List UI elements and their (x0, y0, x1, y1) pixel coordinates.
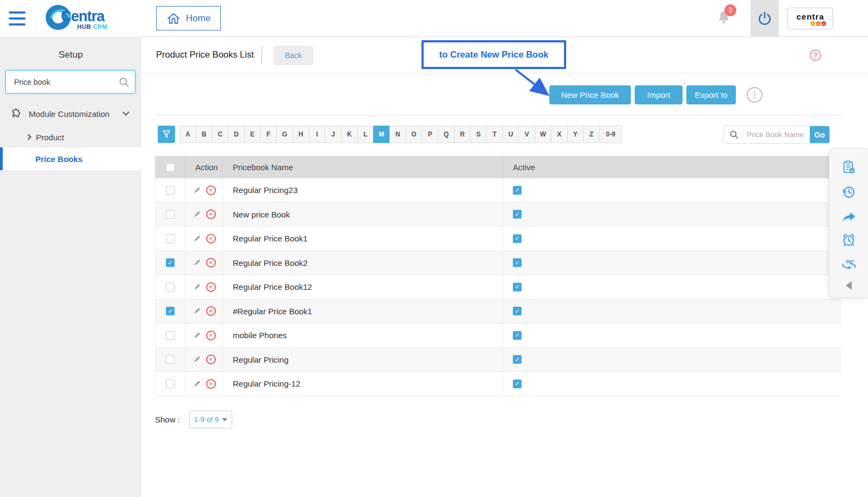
alphabet-filter-y[interactable]: Y (567, 126, 584, 143)
hamburger-menu-icon[interactable] (9, 11, 26, 26)
row-select-checkbox[interactable] (166, 258, 175, 267)
alphabet-filter-c[interactable]: C (212, 126, 228, 143)
sidebar-search-input[interactable] (6, 78, 119, 86)
pricebook-name: Regular Pricing (223, 348, 503, 372)
table-row: ✕ Regular Price Book1 (155, 227, 841, 251)
alphabet-filter-l[interactable]: L (357, 126, 374, 143)
delete-icon[interactable]: ✕ (206, 185, 216, 195)
alphabet-filter-x[interactable]: X (551, 126, 568, 143)
alphabet-filter-w[interactable]: W (535, 126, 551, 143)
help-icon[interactable]: ? (810, 49, 821, 61)
row-select-checkbox[interactable] (166, 283, 175, 291)
select-all-checkbox[interactable] (166, 163, 175, 172)
centra-hcm-logo[interactable]: centra hcm (788, 8, 833, 29)
pricebook-name: mobile Phones (223, 324, 503, 347)
edit-icon[interactable] (193, 355, 201, 364)
alphabet-filter-p[interactable]: P (421, 126, 438, 143)
reminder-alarm-icon[interactable] (841, 233, 856, 247)
edit-icon[interactable] (193, 234, 201, 243)
active-checkbox[interactable] (513, 331, 522, 340)
delete-icon[interactable]: ✕ (206, 379, 216, 389)
row-select-checkbox[interactable] (166, 307, 175, 315)
notes-tasks-icon[interactable] (841, 160, 856, 175)
alphabet-filter-f[interactable]: F (260, 126, 277, 143)
alphabet-filter-v[interactable]: V (518, 126, 535, 143)
active-checkbox[interactable] (513, 355, 522, 364)
sidebar-item-label: Product (36, 133, 64, 142)
active-checkbox[interactable] (513, 380, 522, 388)
mini-logo-dot-h: h (810, 21, 815, 26)
import-button[interactable]: Import (635, 85, 683, 104)
alphabet-filter-a[interactable]: A (179, 126, 196, 143)
active-checkbox[interactable] (513, 258, 522, 267)
row-select-checkbox[interactable] (166, 210, 175, 219)
sidebar-item-price-books[interactable]: Price Books (0, 147, 141, 170)
go-button[interactable]: Go (810, 126, 829, 144)
alphabet-filter-m[interactable]: M (373, 126, 390, 143)
edit-icon[interactable] (193, 258, 201, 267)
alphabet-filter-e[interactable]: E (244, 126, 261, 143)
edit-icon[interactable] (193, 307, 201, 315)
alphabet-filter-z[interactable]: Z (583, 126, 600, 143)
alphabet-filter-n[interactable]: N (389, 126, 406, 143)
notification-bell[interactable]: 3 (716, 9, 734, 28)
home-tab[interactable]: Home (156, 6, 221, 30)
alphabet-filter-j[interactable]: J (325, 126, 342, 143)
alphabet-filter-u[interactable]: U (503, 126, 519, 143)
mini-logo-text: centra (788, 12, 833, 21)
chevron-down-icon (122, 109, 129, 116)
alphabet-filter-s[interactable]: S (470, 126, 487, 143)
active-checkbox[interactable] (513, 234, 522, 243)
alphabet-filter-h[interactable]: H (293, 126, 309, 143)
alphabet-filter-b[interactable]: B (196, 126, 213, 143)
delete-icon[interactable]: ✕ (206, 282, 216, 292)
history-icon[interactable] (841, 185, 856, 200)
alphabet-filter-i[interactable]: I (309, 126, 326, 143)
delete-icon[interactable]: ✕ (206, 258, 216, 268)
share-forward-icon[interactable] (841, 210, 857, 223)
quick-tools-panel: 360° (829, 148, 868, 298)
edit-icon[interactable] (193, 283, 201, 291)
view-360-icon[interactable]: 360° (841, 258, 857, 271)
row-select-checkbox[interactable] (166, 234, 175, 243)
alphabet-filter-d[interactable]: D (228, 126, 245, 143)
row-select-checkbox[interactable] (166, 355, 175, 364)
edit-icon[interactable] (193, 380, 201, 388)
edit-icon[interactable] (193, 210, 201, 219)
alphabet-filter-k[interactable]: K (341, 126, 358, 143)
sidebar-item-module-customization[interactable]: Module Customization (0, 103, 141, 125)
back-button[interactable]: Back (274, 46, 313, 65)
new-price-book-button[interactable]: New Price Book (549, 85, 631, 104)
delete-icon[interactable]: ✕ (206, 331, 216, 340)
row-select-checkbox[interactable] (166, 186, 175, 195)
alphabet-filter-o[interactable]: O (406, 126, 423, 143)
pricebook-search-input[interactable] (742, 129, 810, 140)
filter-button[interactable] (158, 126, 175, 143)
logout-button[interactable] (751, 0, 779, 37)
edit-icon[interactable] (193, 186, 201, 195)
delete-icon[interactable]: ✕ (206, 355, 216, 364)
active-checkbox[interactable] (513, 186, 522, 195)
pricebook-name: #Regular Price Book1 (223, 300, 503, 324)
delete-icon[interactable]: ✕ (206, 234, 216, 244)
row-select-checkbox[interactable] (166, 380, 175, 388)
more-options-icon[interactable] (747, 87, 762, 103)
export-button[interactable]: Export to (686, 85, 736, 104)
alphabet-filter-0-9[interactable]: 0-9 (599, 126, 622, 143)
active-checkbox[interactable] (513, 210, 522, 219)
alphabet-filter-r[interactable]: R (454, 126, 471, 143)
collapse-panel-icon[interactable] (846, 281, 852, 290)
delete-icon[interactable]: ✕ (206, 306, 216, 316)
alphabet-filter-t[interactable]: T (486, 126, 503, 143)
sidebar-item-product[interactable]: Product (0, 127, 141, 147)
row-select-checkbox[interactable] (166, 331, 175, 340)
pricebook-name-header: Pricebook Name (223, 156, 503, 178)
active-checkbox[interactable] (513, 307, 522, 315)
alphabet-filter-q[interactable]: Q (438, 126, 455, 143)
delete-icon[interactable]: ✕ (206, 209, 216, 219)
alphabet-filter-g[interactable]: G (276, 126, 293, 143)
edit-icon[interactable] (193, 331, 201, 340)
page-size-dropdown[interactable]: 1-9 of 9 (189, 411, 232, 428)
search-icon (729, 130, 739, 139)
active-checkbox[interactable] (513, 283, 522, 291)
